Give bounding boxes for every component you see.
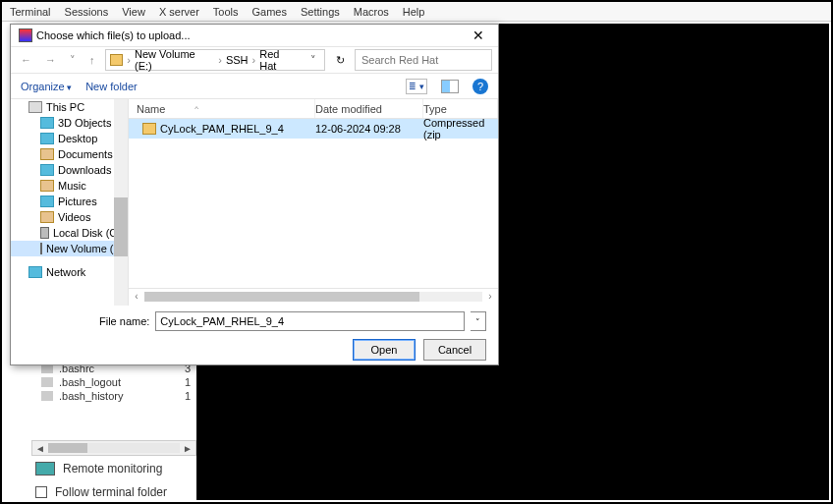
- sort-indicator: ^: [165, 104, 198, 113]
- monitor-icon: [35, 462, 55, 476]
- tree-node[interactable]: Documents: [11, 146, 128, 162]
- search-input[interactable]: [355, 49, 492, 71]
- menu-help[interactable]: Help: [403, 6, 425, 18]
- file-icon: [41, 391, 53, 401]
- close-button[interactable]: ✕: [467, 28, 490, 43]
- tree-node[interactable]: Music: [11, 178, 128, 194]
- open-button[interactable]: Open: [353, 339, 416, 361]
- nav-row: ← → ˅ ↑ ›New Volume (E:) ›SSH ›Red Hat ˅…: [11, 46, 498, 74]
- remote-monitoring[interactable]: Remote monitoring: [31, 456, 196, 481]
- file-icon: [41, 377, 53, 387]
- drv-icon: [40, 227, 49, 239]
- menu-view[interactable]: View: [122, 6, 145, 18]
- vertical-scrollbar[interactable]: [114, 99, 128, 306]
- vid-icon: [40, 211, 54, 223]
- follow-terminal-checkbox[interactable]: Follow terminal folder: [31, 481, 196, 503]
- cube-icon: [40, 117, 54, 129]
- tree-node[interactable]: Downloads: [11, 162, 128, 178]
- dl-icon: [40, 164, 54, 176]
- menu-x-server[interactable]: X server: [159, 6, 199, 18]
- toolbar: Organize New folder ≣ ▾ ?: [11, 74, 498, 99]
- sftp-panel: .bashrc3 .bash_logout1 .bash_history1 ◄►…: [31, 362, 196, 503]
- filename-label: File name:: [99, 315, 149, 327]
- pic-icon: [40, 196, 54, 207]
- tree-node[interactable]: Desktop: [11, 131, 128, 146]
- app-menubar[interactable]: TerminalSessionsViewX serverToolsGamesSe…: [2, 2, 831, 22]
- app-icon: [19, 28, 32, 42]
- net-icon: [28, 266, 42, 278]
- column-headers[interactable]: Name^ Date modified Type: [129, 99, 498, 119]
- help-button[interactable]: ?: [472, 79, 488, 94]
- dialog-title: Choose which file(s) to upload...: [36, 29, 191, 41]
- zip-icon: [142, 123, 156, 135]
- crumb-dropdown[interactable]: ˅: [306, 54, 320, 67]
- file-open-dialog: Choose which file(s) to upload... ✕ ← → …: [10, 24, 499, 365]
- folder-icon: [110, 54, 124, 66]
- menu-tools[interactable]: Tools: [213, 6, 239, 18]
- file-list: Name^ Date modified Type CyLock_PAM_RHEL…: [129, 99, 498, 306]
- tree-node[interactable]: Videos: [11, 209, 128, 225]
- cancel-button[interactable]: Cancel: [423, 339, 486, 361]
- drv-icon: [40, 243, 42, 254]
- file-row[interactable]: CyLock_PAM_RHEL_9_412-06-2024 09:28Compr…: [129, 119, 498, 139]
- folder-tree[interactable]: This PC3D ObjectsDesktopDocumentsDownloa…: [11, 99, 129, 306]
- view-mode-button[interactable]: ≣ ▾: [406, 79, 427, 94]
- up-button[interactable]: ↑: [85, 54, 99, 66]
- filename-input[interactable]: [155, 311, 465, 331]
- list-item[interactable]: .bash_logout1: [31, 375, 196, 389]
- desk-icon: [40, 133, 54, 144]
- forward-button[interactable]: →: [41, 54, 60, 66]
- filename-dropdown[interactable]: ˅: [471, 311, 486, 331]
- preview-pane-button[interactable]: [441, 80, 459, 93]
- mus-icon: [40, 180, 54, 192]
- refresh-button[interactable]: ↻: [331, 54, 349, 67]
- tree-node[interactable]: 3D Objects: [11, 115, 128, 131]
- menu-settings[interactable]: Settings: [301, 6, 340, 18]
- tree-node[interactable]: Network: [11, 264, 128, 280]
- organize-button[interactable]: Organize: [21, 81, 72, 92]
- list-item[interactable]: .bash_history1: [31, 389, 196, 403]
- new-folder-button[interactable]: New folder: [85, 81, 138, 92]
- tree-node[interactable]: This PC: [11, 99, 128, 115]
- breadcrumb[interactable]: ›New Volume (E:) ›SSH ›Red Hat ˅: [105, 49, 326, 71]
- chevron-down-icon[interactable]: ˅: [66, 54, 80, 67]
- dialog-titlebar[interactable]: Choose which file(s) to upload... ✕: [11, 25, 498, 46]
- tree-node[interactable]: New Volume (E:): [11, 241, 128, 256]
- menu-macros[interactable]: Macros: [354, 6, 389, 18]
- list-hscrollbar[interactable]: ‹›: [129, 288, 498, 304]
- tree-node[interactable]: Pictures: [11, 194, 128, 209]
- doc-icon: [40, 148, 54, 160]
- menu-games[interactable]: Games: [252, 6, 287, 18]
- back-button[interactable]: ←: [17, 54, 35, 66]
- pc-icon: [28, 101, 42, 113]
- menu-sessions[interactable]: Sessions: [65, 6, 109, 18]
- tree-node[interactable]: Local Disk (C:): [11, 225, 128, 241]
- checkbox-icon: [35, 486, 47, 498]
- filename-row: File name: ˅: [11, 306, 498, 331]
- horizontal-scrollbar[interactable]: ◄►: [31, 440, 196, 456]
- menu-terminal[interactable]: Terminal: [10, 6, 51, 18]
